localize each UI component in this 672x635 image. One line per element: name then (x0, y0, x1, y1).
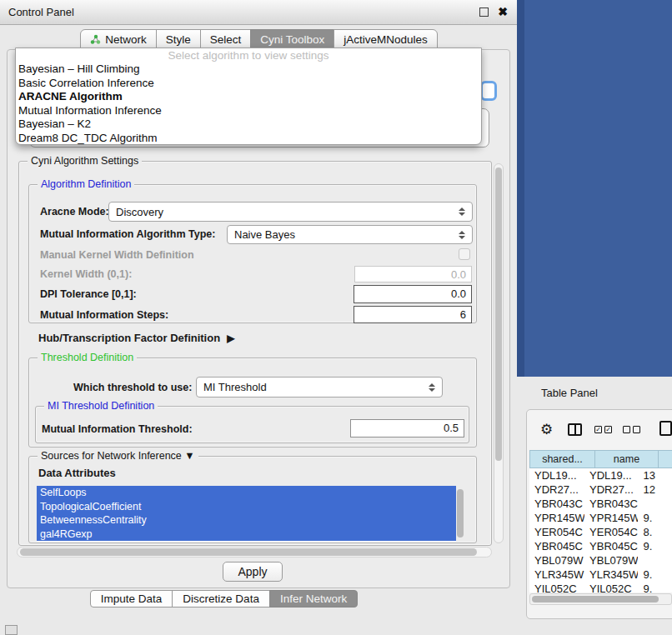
dpi-tolerance-field[interactable]: 0.0 (354, 285, 472, 303)
close-icon[interactable]: ✖ (498, 5, 508, 18)
docked-panel-icon[interactable] (5, 625, 18, 635)
select-all-icon[interactable]: ✓ ✓ (594, 426, 612, 433)
export-icon[interactable] (659, 421, 672, 436)
group-title: Algorithm Definition (38, 178, 134, 190)
tab-style[interactable]: Style (156, 29, 201, 49)
tab-impute-data[interactable]: Impute Data (90, 590, 173, 608)
settings-horizontal-scrollbar[interactable] (17, 547, 492, 558)
tab-jactivemnodules[interactable]: jActiveMNodules (333, 29, 438, 49)
deselect-all-icon[interactable] (623, 426, 640, 433)
table-row[interactable]: YBR045CYBR045C9. (529, 539, 672, 553)
table-cell: YBL079W (529, 553, 584, 568)
algorithm-option[interactable]: Bayesian – Hill Climbing (16, 62, 481, 77)
column-header-shared-name[interactable]: shared... (529, 450, 595, 468)
focused-combobox-fragment[interactable] (480, 81, 497, 101)
table-header: shared... name A (529, 450, 672, 468)
table-row[interactable]: YLR345WYLR345W9. (529, 568, 672, 582)
kernel-width-field[interactable]: 0.0 (354, 266, 472, 282)
tab-label: Select (210, 33, 242, 46)
table-row[interactable]: YPR145WYPR145W9. (529, 511, 672, 525)
table-row[interactable]: YDR27...YDR27...12 (529, 482, 672, 497)
table-cell: YBR045C (584, 539, 638, 553)
table-row[interactable]: YER054CYER054C8. (529, 525, 672, 539)
table-panel-title: Table Panel (541, 387, 598, 399)
aracne-mode-combobox[interactable]: Discovery (108, 202, 473, 222)
table-cell: 8. (638, 525, 672, 539)
table-cell: YIL052C (584, 582, 638, 592)
tab-label: Style (166, 33, 191, 46)
table-cell: YDL19... (584, 468, 638, 482)
group-title: Sources for Network Inference ▼ (38, 450, 198, 462)
attribute-item-selected[interactable]: BetweennessCentrality (37, 513, 456, 528)
column-header-name[interactable]: name (594, 450, 659, 468)
algorithm-option[interactable]: Bayesian – K2 (16, 118, 481, 132)
group-title: Threshold Definition (38, 352, 137, 363)
table-cell (638, 553, 672, 568)
tab-label: Discretize Data (183, 592, 259, 605)
mi-type-value: Naive Bayes (234, 228, 295, 241)
table-cell: 13 (638, 468, 672, 482)
attribute-item-selected[interactable]: TopologicalCoefficient (37, 500, 456, 514)
which-threshold-combobox[interactable]: MI Threshold (196, 377, 443, 398)
mi-steps-label: Mutual Information Steps: (40, 309, 168, 321)
algorithm-placeholder: Select algorithm to view settings (16, 48, 481, 62)
spinner-arrows-icon (429, 383, 435, 392)
attribute-item-selected[interactable]: gal4RGexp (37, 528, 456, 542)
spinner-arrows-icon (459, 208, 465, 216)
mi-threshold-label: Mutual Information Threshold: (42, 423, 193, 435)
algorithm-option[interactable]: Dream8 DC_TDC Algorithm (16, 132, 481, 146)
scrollbar-thumb[interactable] (20, 548, 477, 556)
aracne-mode-label: Aracne Mode: (40, 206, 109, 218)
mi-steps-field[interactable]: 6 (354, 306, 472, 323)
table-cell: 9. (638, 568, 672, 582)
table-cell: YPR145W (529, 511, 584, 525)
gear-icon[interactable]: ⚙ (540, 421, 553, 438)
manual-kernel-label: Manual Kernel Width Definition (40, 249, 194, 261)
tab-infer-network[interactable]: Infer Network (269, 590, 358, 608)
column-header-partial[interactable]: A (658, 450, 672, 468)
attributes-scrollbar[interactable] (457, 489, 464, 538)
tab-label: jActiveMNodules (344, 33, 428, 46)
data-attributes-list[interactable]: SelfLoopsTopologicalCoefficientBetweenne… (37, 486, 456, 542)
desktop-background: GALGAL80GAL10GAL1GAL11SWI4GAL4GCY1HAP4YH… (517, 0, 672, 377)
apply-button[interactable]: Apply (223, 562, 283, 582)
settings-vertical-scrollbar[interactable] (494, 163, 504, 543)
table-cell: 9. (638, 539, 672, 553)
unchecked-box-icon (633, 426, 640, 433)
table-cell: YBR045C (529, 539, 584, 553)
tab-select[interactable]: Select (200, 29, 252, 49)
table-cell: YDR27... (529, 482, 584, 497)
table-cell: YBR043C (584, 497, 638, 511)
columns-icon[interactable] (568, 423, 582, 436)
table-cell: YPR145W (584, 511, 638, 525)
hub-definition-expander[interactable]: Hub/Transcription Factor Definition▶ (38, 332, 234, 344)
tab-network[interactable]: Network (80, 29, 157, 49)
table-row[interactable]: YBR043CYBR043C (529, 497, 672, 511)
table-cell: 9. (638, 511, 672, 525)
tab-discretize-data[interactable]: Discretize Data (172, 590, 270, 608)
network-icon (90, 34, 101, 45)
mi-threshold-field[interactable]: 0.5 (350, 419, 464, 438)
tab-cyni-toolbox[interactable]: Cyni Toolbox (250, 29, 334, 49)
attribute-item-selected[interactable]: SelfLoops (37, 486, 456, 500)
control-panel-tabbar: Network Style Select Cyni Toolbox jActiv… (0, 28, 517, 49)
dpi-tolerance-label: DPI Tolerance [0,1]: (40, 288, 137, 300)
algorithm-option[interactable]: Mutual Information Inference (16, 104, 481, 118)
scrollbar-thumb[interactable] (532, 596, 659, 602)
algorithm-option[interactable]: Basic Correlation Inference (16, 77, 481, 91)
table-cell: YIL052C (529, 582, 584, 592)
table-cell: YER054C (584, 525, 638, 539)
mi-type-combobox[interactable]: Naive Bayes (227, 225, 473, 244)
chevron-down-icon[interactable]: ▼ (184, 450, 194, 462)
table-row[interactable]: YBL079WYBL079W (529, 553, 672, 568)
table-row[interactable]: YIL052CYIL052C9. (529, 582, 672, 592)
manual-kernel-checkbox[interactable] (459, 248, 470, 260)
scrollbar-thumb[interactable] (495, 168, 502, 461)
unchecked-box-icon (623, 426, 630, 433)
algorithm-option[interactable]: ARACNE Algorithm (16, 90, 481, 104)
table-horizontal-scrollbar[interactable] (529, 593, 672, 605)
table-row[interactable]: YDL19...YDL19...13 (529, 468, 672, 482)
float-window-icon[interactable] (479, 8, 489, 17)
checked-box-icon: ✓ (604, 426, 612, 433)
tab-label: Infer Network (280, 592, 347, 605)
